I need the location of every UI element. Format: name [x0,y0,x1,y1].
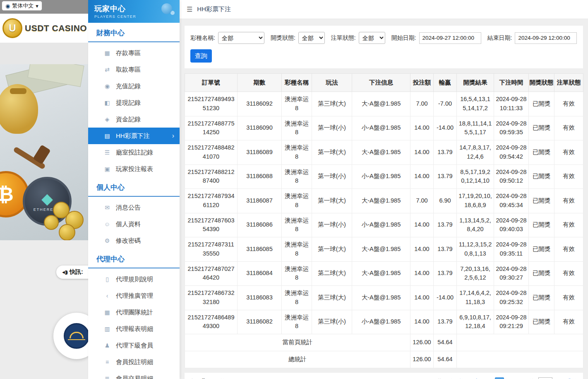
sidebar-item-change-password[interactable]: ⚙修改密碼 [88,232,180,249]
column-header: 期數 [238,74,282,92]
sidebar-item-member-bet-detail[interactable]: ≡會員投註明細 [88,354,180,370]
table-row: 215217274867323218031186083澳洲幸运8第三球(大)大-… [185,286,583,310]
deposit-card-icon: ▦ [104,50,110,56]
cell-period: 31186085 [238,237,282,262]
cell-play-type: 第一球(小) [312,164,352,189]
grand-total-empty [457,351,583,368]
current-page-badge[interactable]: 1 [495,377,504,379]
caret-down-icon: ▾ [36,3,38,9]
end-date-input[interactable] [515,32,577,44]
sidebar-item-label: 玩家投注報表 [116,165,153,173]
background-collage: ◉ 繁体中文 ▾ U USDT CASINO ₿ ◆ ETHEREUM ◄)))… [0,0,88,379]
cell-draw-status: 已開獎 [529,286,554,310]
cell-bet-amount: 14.00 [410,237,434,262]
sidebar-menu: 財務中心▦存款專區⇄取款專區◉充值記錄◧提現記錄◈資金記錄▤HH彩票下注›☰廳室… [88,23,180,379]
cell-play-type: 第一球(小) [312,213,352,237]
sidebar-item-withdraw-record[interactable]: ◧提現記錄 [88,94,180,111]
withdraw-record-icon: ◧ [104,99,110,106]
gear-icon: ⚙ [104,237,110,244]
cell-order-status: 有效 [554,261,583,286]
table-row: 215217274873113555031186085澳洲幸运8第一球(大)大-… [185,237,583,262]
sidebar-item-label: 代理規則說明 [116,275,153,283]
sidebar-item-hh-lottery-bet[interactable]: ▤HH彩票下注› [88,128,180,144]
sidebar-item-profile[interactable]: ☺個人資料 [88,216,180,232]
sidebar-section-title: 代理中心 [88,249,180,268]
cell-order-no: 2152172748877514250 [185,116,238,140]
member-trade-icon: ≣ [104,375,110,379]
hamburger-icon[interactable]: ☰ [187,5,192,13]
cell-play-type: 第一球(大) [312,237,352,262]
user-icon: ☺ [104,221,110,227]
column-header: 玩法 [312,74,352,92]
topbar: ☰ HH彩票下注 [180,0,588,19]
cell-bet-info: 小-A盤@1.985 [352,213,410,237]
table-row: 215217274876035439031186086澳洲幸运8第一球(小)小-… [185,213,583,237]
column-header: 下注時間 [494,74,529,92]
cell-order-status: 有效 [554,213,583,237]
sidebar-item-room-bet-record[interactable]: ☰廳室投註記錄 [88,144,180,161]
cell-bet-info: 大-A盤@1.985 [352,189,410,213]
cell-period: 31186082 [238,310,282,334]
column-header: 注單狀態 [554,74,583,92]
sidebar-subtitle: PLAYERS CENTER [94,14,180,19]
sidebar-item-deposit[interactable]: ▦存款專區 [88,45,180,61]
cell-play-type: 第一球(大) [312,140,352,165]
cell-draw-result: 17,19,20,10,18,6,8,9 [457,189,494,213]
sidebar-item-agent-rules[interactable]: ▯代理規則說明 [88,271,180,287]
money-bag-tie [10,88,26,94]
order-status-select[interactable]: 全部 [359,32,385,44]
sidebar-item-agent-sub-members[interactable]: ♟代理下級會員 [88,337,180,354]
site-logo[interactable]: U USDT CASINO [0,14,88,43]
cell-order-status: 有效 [554,310,583,334]
cell-play-type: 第一球(小) [312,116,352,140]
draw-status-select[interactable]: 全部 [298,32,325,44]
sidebar: 玩家中心 PLAYERS CENTER 財務中心▦存款專區⇄取款專區◉充值記錄◧… [88,0,180,379]
cell-order-no: 2152172748949351230 [185,92,238,116]
start-date-input[interactable] [419,32,481,44]
page-total-label: 當前頁統計 [185,334,410,351]
table-row: 215217274884824107031186089澳洲幸运8第一球(大)大-… [185,140,583,165]
sidebar-item-label: 廳室投註記錄 [116,149,153,157]
member-bet-icon: ≡ [104,359,110,365]
chevron-right-icon: › [172,132,174,140]
speaker-icon: ◄))) [61,270,67,275]
cell-draw-status: 已開獎 [529,237,554,262]
cell-bet-info: 大-A盤@1.985 [352,237,410,262]
bridge-arc [70,332,84,338]
sidebar-item-agent-promotion[interactable]: ‹代理推廣管理 [88,287,180,304]
sidebar-item-agent-report-detail[interactable]: ▥代理報表明細 [88,321,180,337]
sidebar-item-member-trade-detail[interactable]: ≣會員交易明細 [88,370,180,379]
lottery-name-select[interactable]: 全部 [218,32,264,44]
language-selector[interactable]: ◉ 繁体中文 ▾ [2,1,42,11]
column-header: 下注信息 [352,74,410,92]
cell-lottery-name: 澳洲幸运8 [282,92,312,116]
cell-order-no: 2152172748731135550 [185,237,238,262]
sidebar-item-label: 會員投註明細 [116,358,153,366]
page-total-bet: 126.00 [410,334,434,351]
sidebar-item-messages[interactable]: ✉消息公告 [88,199,180,216]
sidebar-item-agent-team-stats[interactable]: ▦代理團隊統計 [88,304,180,321]
sidebar-item-funds-record[interactable]: ◈資金記錄 [88,111,180,128]
table-row: 215217274879346112031186087澳洲幸运8第一球(大)大-… [185,189,583,213]
lottery-name-label: 彩種名稱: [190,34,215,42]
page-jump-input[interactable] [538,377,552,379]
table-row: 215217274894935123031186092澳洲幸运8第三球(大)大-… [185,92,583,116]
query-button[interactable]: 查詢 [190,49,212,63]
cell-order-no: 2152172748760354390 [185,213,238,237]
page-title: HH彩票下注 [197,5,231,13]
cell-order-no: 2152172748648949300 [185,310,238,334]
column-header: 投注額 [410,74,434,92]
sidebar-item-withdraw[interactable]: ⇄取款專區 [88,61,180,78]
sidebar-item-player-bet-report[interactable]: ▣玩家投注報表 [88,161,180,177]
cell-win-loss: 6.90 [434,189,457,213]
cell-draw-result: 8,5,17,19,20,12,14,10 [457,164,494,189]
main-content: ☰ HH彩票下注 彩種名稱: 全部 開獎狀態: 全部 注單狀態: 全部 開始日期… [180,0,588,379]
cell-draw-result: 7,20,13,16,2,5,6,12 [457,261,494,286]
sidebar-item-label: 代理下級會員 [116,342,153,350]
cell-order-no: 2152172748793461120 [185,189,238,213]
share-icon: ‹ [104,292,110,299]
cell-bet-time: 2024-09-28 10:11:33 [494,92,529,116]
cell-win-loss: 13.79 [434,261,457,286]
sidebar-item-recharge-record[interactable]: ◉充值記錄 [88,78,180,94]
page-total-row: 當前頁統計 126.00 54.64 [185,334,583,351]
